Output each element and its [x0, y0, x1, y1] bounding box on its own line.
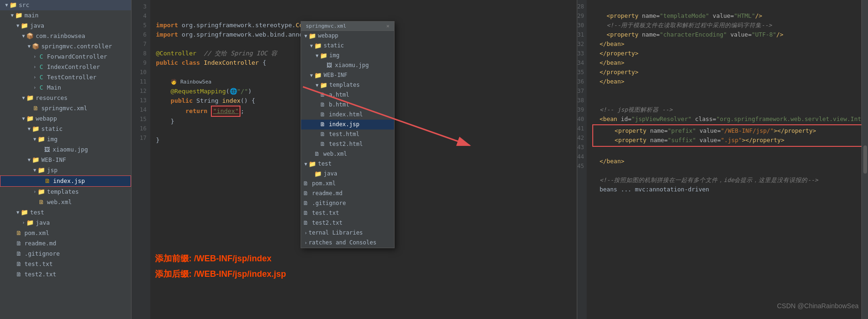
tree-forward-controller[interactable]: › C ForwardController [0, 52, 131, 62]
tree-java[interactable]: ▼ 📁 java [0, 21, 131, 31]
popup-index-html[interactable]: 🗎 index.html [301, 110, 394, 120]
popup-java-folder[interactable]: 📁 java [301, 169, 394, 179]
xml-line-32: </property> [592, 50, 638, 57]
tree-web-xml[interactable]: 🗎 web.xml [0, 197, 131, 207]
tree-templates[interactable]: › 📁 templates [0, 187, 131, 197]
tree-label: com.rainbowsea [36, 31, 85, 41]
tree-label: IndexController [47, 62, 100, 72]
tree-test-txt[interactable]: 🗎 test.txt [0, 259, 131, 269]
code-editor-area: 3 4 5 6 7 8 9 10 11 12 13 14 15 16 17 im… [132, 0, 577, 319]
popup-file-tree[interactable]: springmvc.xml ✕ ▼ 📁 webapp ▼ 📁 static ▼ … [301, 21, 395, 248]
tree-webapp[interactable]: ▼ 📁 webapp [0, 114, 131, 124]
popup-test-txt[interactable]: 🗎 test.txt [301, 208, 394, 218]
expand-arrow: › [32, 83, 38, 92]
xml-line-31: </bean> [592, 40, 624, 47]
popup-gitignore[interactable]: 🗎 .gitignore [301, 198, 394, 208]
folder-icon: 📁 [26, 114, 34, 123]
xml-content-area[interactable]: 28 29 30 31 32 33 34 35 36 37 38 39 40 4… [577, 0, 868, 319]
tree-label: jsp [47, 166, 58, 175]
popup-img-folder[interactable]: ▼ 📁 img [301, 51, 394, 61]
popup-readme[interactable]: 🗎 readme.md [301, 189, 394, 198]
tree-xiaomu-jpg[interactable]: 🖼 xiaomu.jpg [0, 144, 131, 155]
xml-line-28: <property name="templateMode" value="HTM… [592, 12, 762, 19]
popup-a-html[interactable]: 🗎 a.html [301, 90, 394, 100]
popup-ext-libraries[interactable]: › ternal Libraries [301, 228, 394, 238]
xml-line-35: </bean> [592, 78, 624, 85]
xml-line-45: beans ... mvc:annotation-driven [592, 186, 709, 193]
xml-line-41: <property name="suffix" value=".jsp"></p… [593, 137, 784, 144]
folder-icon: 📁 [320, 81, 327, 90]
folder-icon: 📁 [314, 71, 322, 80]
tree-label: .gitignore [24, 249, 60, 258]
popup-test-folder[interactable]: ▼ 📁 test [301, 159, 394, 169]
popup-webapp[interactable]: ▼ 📁 webapp [301, 31, 394, 41]
tree-test-java[interactable]: › 📁 java [0, 218, 131, 228]
popup-static[interactable]: ▼ 📁 static [301, 41, 394, 51]
tree-static[interactable]: ▼ 📁 static [0, 124, 131, 134]
folder-icon: 📁 [15, 11, 23, 20]
xml-line-36 [592, 87, 596, 94]
collapse-arrow: ▼ [26, 42, 32, 51]
popup-close-btn[interactable]: ✕ [386, 23, 389, 29]
java-class-icon: C [38, 62, 45, 72]
tree-controller-package[interactable]: ▼ 📦 springmvc.controller [0, 41, 131, 52]
file-tree-sidebar[interactable]: ▼ 📁 src ▼ 📁 main ▼ 📁 java ▼ 📦 com.rainbo… [0, 0, 132, 319]
code-line-11: @RequestMapping(🌐"/") [156, 88, 252, 95]
code-line-14: } [156, 118, 174, 125]
popup-templates-folder[interactable]: ▼ 📁 templates [301, 80, 394, 90]
collapse-arrow: ▼ [15, 208, 21, 217]
popup-pom-xml[interactable]: 🗎 pom.xml [301, 179, 394, 189]
popup-item-label: 🗎 .gitignore [303, 199, 346, 208]
tree-gitignore[interactable]: 🗎 .gitignore [0, 249, 131, 259]
scrollbar-thumb[interactable] [863, 145, 867, 174]
tree-test-controller[interactable]: › C TestController [0, 72, 131, 83]
popup-b-html[interactable]: 🗎 b.html [301, 100, 394, 110]
tree-com-rainbowsea[interactable]: ▼ 📦 com.rainbowsea [0, 31, 131, 41]
popup-item-label: 🗎 index.jsp [320, 120, 359, 129]
tree-main[interactable]: ▼ 📁 main [0, 10, 131, 21]
tree-img[interactable]: ▼ 📁 img [0, 134, 131, 144]
tree-src[interactable]: ▼ 📁 src [0, 0, 131, 10]
xml-highlight-box: <property name="prefix" value="/WEB-INF/… [592, 124, 868, 147]
tree-jsp-folder[interactable]: ▼ 📁 jsp [0, 165, 131, 175]
xml-line-42: </bean> [592, 158, 624, 165]
tree-test2-txt[interactable]: 🗎 test2.txt [0, 269, 131, 280]
popup-scratches[interactable]: › ratches and Consoles [301, 238, 394, 248]
git-icon: 🗎 [15, 249, 23, 258]
scrollbar[interactable] [861, 0, 868, 319]
popup-item-label: WEB-INF [324, 71, 348, 80]
xml-line-43 [592, 167, 596, 174]
tree-web-inf[interactable]: ▼ 📁 WEB-INF [0, 155, 131, 165]
tree-main-class[interactable]: › C Main [0, 83, 131, 93]
popup-item-label: img [329, 51, 340, 60]
tree-springmvc-xml[interactable]: 🗎 springmvc.xml [0, 103, 131, 114]
popup-index-jsp[interactable]: 🗎 index.jsp [301, 120, 394, 129]
xml-line-44: <!--按照如图的机制拼接在一起有多个文件，ide会提示，这里是没有误报的--> [592, 176, 818, 183]
folder-icon: 📁 [309, 160, 316, 168]
folder-icon: 📁 [32, 155, 39, 165]
popup-test-html[interactable]: 🗎 test.html [301, 129, 394, 139]
code-line-7: @Controller // 交给 Spring IOC 容 [156, 50, 277, 57]
tree-resources[interactable]: ▼ 📁 resources [0, 93, 131, 103]
popup-item-label: 🗎 b.html [320, 100, 349, 109]
popup-test2-html[interactable]: 🗎 test2.html [301, 139, 394, 149]
collapse-arrow: ▼ [21, 93, 26, 103]
tree-label: webapp [36, 114, 57, 123]
tree-test[interactable]: ▼ 📁 test [0, 207, 131, 218]
popup-tab: springmvc.xml ✕ [301, 22, 394, 31]
code-line-17 [156, 146, 160, 153]
popup-web-inf[interactable]: ▼ 📁 WEB-INF [301, 70, 394, 80]
tree-index-jsp[interactable]: 🗎 index.jsp [0, 175, 131, 187]
tree-pom-xml[interactable]: 🗎 pom.xml [0, 228, 131, 238]
popup-xiaomu-jpg[interactable]: 🖼 xiaomu.jpg [301, 61, 394, 70]
tree-readme-md[interactable]: 🗎 readme.md [0, 238, 131, 249]
popup-test2-txt[interactable]: 🗎 test2.txt [301, 218, 394, 228]
code-line-16: } [156, 137, 160, 144]
popup-web-xml[interactable]: 🗎 web.xml [301, 149, 394, 159]
collapse-arrow: ▼ [21, 114, 26, 123]
jsp-icon: 🗎 [44, 176, 51, 186]
tree-index-controller[interactable]: › C IndexController [0, 62, 131, 72]
folder-icon: 📁 [21, 208, 28, 217]
java-class-icon: C [38, 73, 45, 82]
popup-item-label: 🗎 index.html [320, 110, 363, 119]
